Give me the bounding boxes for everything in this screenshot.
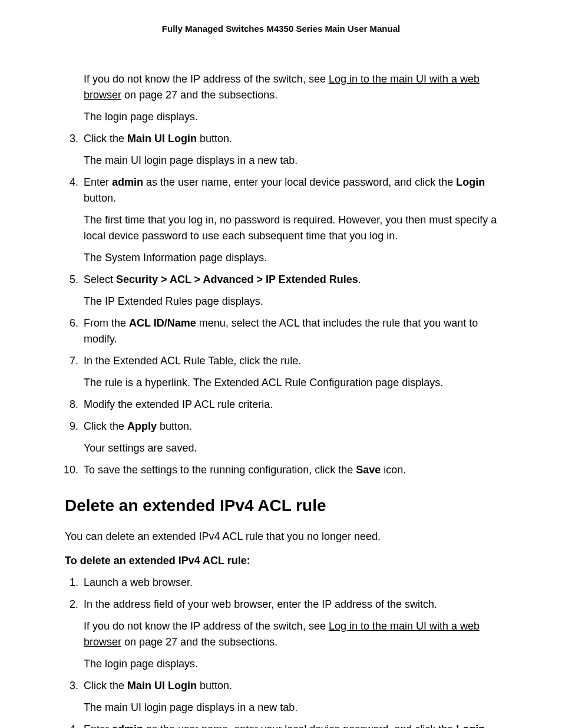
text-fragment: Click the [84, 420, 127, 432]
bold-text: Apply [127, 420, 157, 432]
section-heading-delete-acl: Delete an extended IPv4 ACL rule [65, 493, 497, 518]
page-container: Fully Managed Switches M4350 Series Main… [0, 0, 562, 728]
preamble-p2: The login page displays. [84, 109, 497, 125]
text-fragment: From the [84, 317, 129, 329]
bold-text: Main UI Login [127, 133, 197, 144]
section2-subheading: To delete an extended IPv4 ACL rule: [65, 553, 497, 569]
s2-step-1-line: Launch a web browser. [84, 575, 497, 591]
text-fragment: button. [197, 133, 232, 144]
text-fragment: as the user name, enter your local devic… [143, 176, 456, 188]
bold-text: Main UI Login [127, 680, 197, 691]
text-fragment: Click the [84, 680, 127, 691]
step-8: Modify the extended IP ACL rule criteria… [81, 397, 497, 413]
step-7-line: In the Extended ACL Rule Table, click th… [84, 353, 497, 369]
text-fragment: . [358, 274, 361, 285]
step-9-p1: Your settings are saved. [84, 440, 497, 456]
text-fragment: button. [84, 192, 116, 204]
step-3-line: Click the Main UI Login button. [84, 131, 497, 147]
s2-step-2-p2: The login page displays. [84, 656, 497, 672]
text-fragment: If you do not know the IP address of the… [84, 73, 329, 85]
steps-list-2: Launch a web browser. In the address fie… [65, 575, 497, 728]
step-9: Click the Apply button. Your settings ar… [81, 419, 497, 456]
step-4-line: Enter admin as the user name, enter your… [84, 174, 497, 206]
preamble-p1: If you do not know the IP address of the… [84, 71, 497, 103]
text-fragment: on page 27 and the subsections. [121, 89, 277, 101]
s2-step-1: Launch a web browser. [81, 575, 497, 591]
bold-text: Login [456, 723, 485, 728]
bold-text: admin [112, 176, 143, 188]
text-fragment: If you do not know the IP address of the… [84, 620, 329, 632]
preamble-block: If you do not know the IP address of the… [84, 71, 497, 125]
s2-step-4-line: Enter admin as the user name, enter your… [84, 722, 497, 728]
s2-step-2-line: In the address field of your web browser… [84, 597, 497, 612]
text-fragment: Select [84, 274, 116, 285]
text-fragment: button. [197, 680, 232, 691]
bold-text: Save [356, 464, 381, 476]
bold-text: ACL ID/Name [129, 317, 196, 329]
text-fragment: Enter [84, 723, 112, 728]
step-3: Click the Main UI Login button. The main… [81, 131, 497, 169]
header-title: Fully Managed Switches M4350 Series Main… [162, 24, 400, 34]
step-9-line: Click the Apply button. [84, 419, 497, 434]
s2-step-3: Click the Main UI Login button. The main… [81, 678, 497, 716]
step-3-p1: The main UI login page displays in a new… [84, 153, 497, 169]
step-7-p1: The rule is a hyperlink. The Extended AC… [84, 375, 497, 391]
s2-step-2-p1: If you do not know the IP address of the… [84, 618, 497, 650]
step-5-line: Select Security > ACL > Advanced > IP Ex… [84, 272, 497, 288]
text-fragment: icon. [381, 464, 406, 476]
step-4-p1: The first time that you log in, no passw… [84, 212, 497, 244]
content-body: If you do not know the IP address of the… [65, 71, 497, 728]
bold-text: admin [112, 723, 143, 728]
text-fragment: on page 27 and the subsections. [121, 636, 277, 648]
page-header: Fully Managed Switches M4350 Series Main… [65, 24, 497, 34]
step-6: From the ACL ID/Name menu, select the AC… [81, 315, 497, 347]
bold-text: Login [456, 176, 485, 188]
step-10-line: To save the settings to the running conf… [84, 462, 497, 478]
step-6-line: From the ACL ID/Name menu, select the AC… [84, 315, 497, 347]
s2-step-3-p1: The main UI login page displays in a new… [84, 700, 497, 716]
step-4-p2: The System Information page displays. [84, 250, 497, 266]
step-8-line: Modify the extended IP ACL rule criteria… [84, 397, 497, 413]
text-fragment: To save the settings to the running conf… [84, 464, 356, 476]
s2-step-4: Enter admin as the user name, enter your… [81, 722, 497, 728]
text-fragment: Click the [84, 133, 127, 144]
text-fragment: button. [157, 420, 192, 432]
section2-intro: You can delete an extended IPv4 ACL rule… [65, 529, 497, 545]
s2-step-3-line: Click the Main UI Login button. [84, 678, 497, 694]
steps-list-1: If you do not know the IP address of the… [65, 71, 497, 478]
step-4: Enter admin as the user name, enter your… [81, 174, 497, 266]
bold-text: Security > ACL > Advanced > IP Extended … [116, 274, 358, 285]
s2-step-2: In the address field of your web browser… [81, 597, 497, 672]
step-5: Select Security > ACL > Advanced > IP Ex… [81, 272, 497, 309]
step-5-p1: The IP Extended Rules page displays. [84, 294, 497, 309]
text-fragment: as the user name, enter your local devic… [143, 723, 456, 728]
step-10: To save the settings to the running conf… [81, 462, 497, 478]
step-7: In the Extended ACL Rule Table, click th… [81, 353, 497, 391]
text-fragment: Enter [84, 176, 112, 188]
